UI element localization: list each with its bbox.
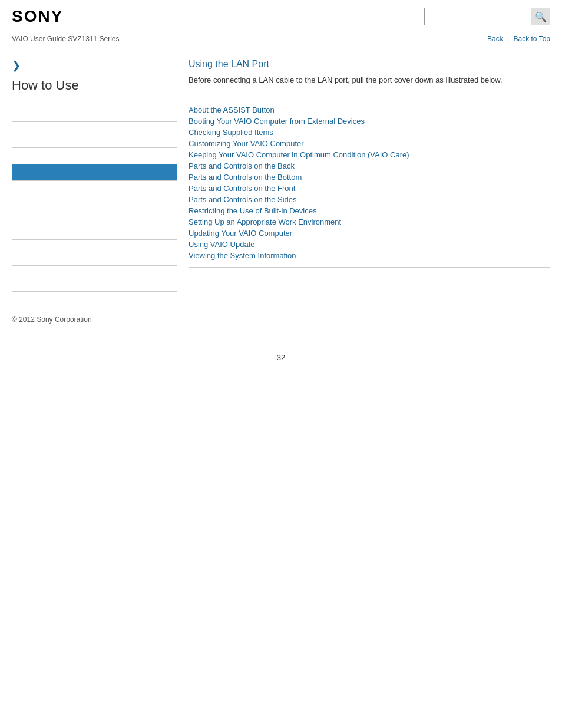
search-input[interactable] [425, 8, 531, 25]
list-item: Customizing Your VAIO Computer [189, 139, 550, 148]
list-item: Parts and Controls on the Bottom [189, 173, 550, 182]
sidebar-spacer-2 [12, 197, 177, 207]
list-item: Using VAIO Update [189, 240, 550, 249]
list-item: Restricting the Use of Built-in Devices [189, 206, 550, 215]
guide-title: VAIO User Guide SVZ1311 Series [12, 35, 120, 43]
list-item: Parts and Controls on the Back [189, 162, 550, 170]
list-item: Keeping Your VAIO Computer in Optimum Co… [189, 150, 550, 159]
sidebar-item-9[interactable] [12, 275, 177, 292]
content-link-8[interactable]: Parts and Controls on the Sides [189, 195, 297, 204]
copyright: © 2012 Sony Corporation [12, 315, 92, 324]
links-list: About the ASSIST ButtonBooting Your VAIO… [189, 106, 550, 260]
nav-separator: | [507, 35, 509, 43]
search-box: 🔍 [424, 8, 550, 25]
content-description: Before connecting a LAN cable to the LAN… [189, 74, 550, 86]
sidebar-spacer-3 [12, 240, 177, 249]
content-link-11[interactable]: Updating Your VAIO Computer [189, 229, 292, 238]
sidebar-item-1[interactable] [12, 106, 177, 122]
content-divider-bottom [189, 267, 550, 268]
sidebar-item-2[interactable] [12, 131, 177, 148]
section-title-link[interactable]: Using the LAN Port [189, 59, 269, 69]
list-item: Parts and Controls on the Front [189, 184, 550, 193]
content-link-12[interactable]: Using VAIO Update [189, 240, 254, 249]
list-item: Viewing the System Information [189, 251, 550, 260]
content-link-13[interactable]: Viewing the System Information [189, 251, 296, 260]
content-link-1[interactable]: Booting Your VAIO Computer from External… [189, 117, 365, 126]
sony-logo: SONY [12, 7, 63, 26]
back-to-top-link[interactable]: Back to Top [514, 35, 550, 43]
back-link[interactable]: Back [487, 35, 503, 43]
list-item: Setting Up an Appropriate Work Environme… [189, 218, 550, 226]
content-link-4[interactable]: Keeping Your VAIO Computer in Optimum Co… [189, 150, 409, 159]
sidebar-spacer-4 [12, 266, 177, 275]
list-item: Parts and Controls on the Sides [189, 195, 550, 204]
content-link-2[interactable]: Checking Supplied Items [189, 128, 273, 137]
sidebar-item-8[interactable] [12, 249, 177, 266]
list-item: Booting Your VAIO Computer from External… [189, 117, 550, 126]
content-area: Using the LAN Port Before connecting a L… [189, 59, 550, 292]
content-link-6[interactable]: Parts and Controls on the Bottom [189, 173, 302, 182]
list-item: Updating Your VAIO Computer [189, 229, 550, 238]
sidebar-item-active[interactable] [12, 164, 177, 181]
nav-links: Back | Back to Top [487, 35, 550, 43]
subheader: VAIO User Guide SVZ1311 Series Back | Ba… [0, 31, 562, 47]
content-link-7[interactable]: Parts and Controls on the Front [189, 184, 295, 193]
list-item: Checking Supplied Items [189, 128, 550, 137]
search-icon: 🔍 [535, 11, 547, 22]
sidebar-title: How to Use [12, 78, 177, 98]
sidebar-spacer-1 [12, 122, 177, 131]
list-item: About the ASSIST Button [189, 106, 550, 114]
content-link-10[interactable]: Setting Up an Appropriate Work Environme… [189, 218, 341, 226]
sidebar: ❯ How to Use [12, 59, 177, 292]
sidebar-item-5[interactable] [12, 181, 177, 197]
content-divider-top [189, 98, 550, 98]
sidebar-item-7[interactable] [12, 223, 177, 240]
search-button[interactable]: 🔍 [531, 8, 550, 25]
sidebar-item-3[interactable] [12, 148, 177, 164]
content-link-3[interactable]: Customizing Your VAIO Computer [189, 139, 304, 148]
sidebar-item-6[interactable] [12, 207, 177, 223]
main-container: ❯ How to Use Using the LAN Port Before c… [0, 47, 562, 304]
sidebar-arrow[interactable]: ❯ [12, 59, 177, 72]
content-link-0[interactable]: About the ASSIST Button [189, 106, 275, 114]
content-link-5[interactable]: Parts and Controls on the Back [189, 162, 295, 170]
header: SONY 🔍 [0, 0, 562, 31]
content-section-title: Using the LAN Port [189, 59, 550, 70]
footer: © 2012 Sony Corporation [0, 304, 562, 330]
page-number: 32 [0, 353, 562, 362]
content-link-9[interactable]: Restricting the Use of Built-in Devices [189, 206, 316, 215]
